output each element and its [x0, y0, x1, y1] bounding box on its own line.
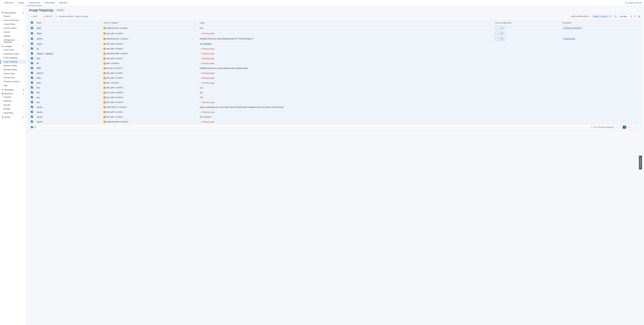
section-administration-header[interactable]: ⚙ Administration ▾ — [0, 11, 26, 14]
row-checkbox[interactable] — [31, 96, 33, 98]
grid-view-button[interactable]: ⊞ — [638, 15, 641, 18]
refresh-button[interactable]: ↻ — [634, 15, 637, 18]
row-checkbox[interactable] — [31, 106, 33, 108]
footer-checkbox[interactable] — [31, 126, 33, 128]
sidebar-item-cloud-zones[interactable]: Cloud Zones — [0, 48, 26, 52]
guided-setup-button[interactable]: 🖥 GUIDED SETUP — [625, 2, 642, 4]
cell-image: ⚠Missing image — [198, 46, 493, 51]
nav-item-design[interactable]: Design — [16, 0, 26, 6]
row-checkbox[interactable] — [31, 101, 33, 103]
nav-item-infrastructure[interactable]: Infrastructure — [26, 0, 42, 6]
sidebar-item-config-props[interactable]: Configuration Properties — [0, 38, 26, 44]
filter-close-icon[interactable]: ✕ — [610, 15, 611, 18]
row-checkbox[interactable] — [31, 38, 33, 40]
section-resources-header[interactable]: ◉ Resources ▾ — [0, 91, 26, 95]
sidebar-item-networks[interactable]: Networks — [0, 99, 26, 103]
row-checkbox[interactable] — [31, 116, 33, 118]
add-filter-button[interactable]: Add filter... — [618, 15, 630, 18]
sidebar-item-custom-names[interactable]: Custom Names — [0, 26, 26, 30]
select-all-link[interactable]: Select 24 items — [75, 15, 88, 18]
row-checkbox[interactable] — [31, 91, 33, 93]
select-all-checkbox[interactable] — [31, 22, 33, 24]
section-configure-header[interactable]: ⚙ Configure ▾ — [0, 44, 26, 48]
row-checkbox[interactable] — [31, 48, 33, 50]
sidebar-item-storage-profiles[interactable]: Storage Profiles — [0, 68, 26, 72]
view-cloud-config-button[interactable]: 👁 VIEW — [495, 37, 505, 40]
view-cloud-config-button[interactable]: 👁 VIEW — [495, 27, 505, 30]
sidebar-item-storage[interactable]: Storage — [0, 107, 26, 111]
sidebar-item-pricing-cards[interactable]: Pricing Cards — [0, 76, 26, 80]
sidebar-item-kubernetes-zones[interactable]: Kubernetes Zones — [0, 52, 26, 56]
sidebar-item-settings[interactable]: Settings — [0, 34, 26, 38]
nav-item-extensibility[interactable]: Extensibility — [42, 0, 57, 6]
row-checkbox[interactable] — [31, 52, 33, 55]
cell-cloud-config — [493, 115, 560, 119]
cell-cloud-config — [493, 110, 560, 115]
cell-cloud-config — [493, 100, 560, 105]
sidebar-item-kubernetes[interactable]: Kubernetes — [0, 111, 26, 115]
sidebar-item-compute[interactable]: Compute — [0, 95, 26, 99]
cell-name: dd — [35, 46, 102, 51]
table-row: coreos■aws_akk / us-east-1ami-2981896c — [29, 42, 641, 46]
sidebar-item-projects[interactable]: Projects — [0, 14, 26, 18]
row-checkbox[interactable] — [31, 57, 33, 59]
row-checkbox[interactable] — [31, 86, 33, 89]
page-2-button[interactable]: 2 — [628, 126, 632, 129]
row-checkbox[interactable] — [31, 27, 33, 29]
row-checkbox[interactable] — [31, 67, 33, 69]
section-administration: ⚙ Administration ▾ Projects Users and Gr… — [0, 11, 26, 44]
table-row: fffffffh■aws-pm / us-east-1000fe881-0cfd… — [29, 66, 641, 71]
row-checkbox[interactable] — [31, 82, 33, 84]
section-activity-header[interactable]: ◑ Activity ▸ — [0, 115, 26, 119]
sidebar-item-terraform-versions[interactable]: Terraform Versions — [0, 80, 26, 84]
first-page-button[interactable]: « — [615, 126, 618, 129]
sidebar-item-secrets[interactable]: Secrets — [0, 30, 26, 34]
next-page-button[interactable]: › — [632, 126, 635, 129]
cell-cloud-config — [493, 56, 560, 61]
row-checkbox[interactable] — [31, 77, 33, 79]
row-checkbox[interactable] — [31, 72, 33, 74]
sidebar-item-cluster-plans[interactable]: Cluster Plans — [0, 72, 26, 76]
col-account: Account / Regions — [102, 20, 198, 26]
sidebar-collapse-button[interactable]: « — [0, 6, 26, 11]
sidebar-item-flavor-mappings[interactable]: Flavor Mappings — [0, 56, 26, 60]
sidebar-item-tags[interactable]: Tags — [0, 84, 26, 88]
search-button[interactable]: 🔍 — [613, 15, 618, 18]
view-cloud-config-button[interactable]: 👁 VIEW — [495, 32, 505, 35]
row-checkbox[interactable] — [31, 111, 33, 113]
info-detail-button[interactable]: ℹ — [630, 15, 633, 18]
cell-cloud-config — [493, 51, 560, 56]
cell-name: petko — [35, 81, 102, 85]
nav-item-resources[interactable]: Resources — [2, 0, 16, 6]
section-onboarding-header[interactable]: ◎ Onboarding ▸ — [0, 88, 26, 91]
cell-constraints — [560, 100, 641, 105]
region-filter-tag[interactable]: Region : us-east-1 ✕ — [592, 15, 612, 18]
row-checkbox[interactable] — [31, 32, 33, 34]
edit-button[interactable]: ✏ EDIT — [29, 14, 40, 19]
feedback-tab[interactable]: FEEDBACK — [639, 156, 642, 169]
sidebar-item-image-mappings[interactable]: Image Mappings — [0, 60, 26, 64]
sidebar-item-custom-roles[interactable]: Custom Roles — [0, 22, 26, 26]
sidebar-item-security[interactable]: Security — [0, 103, 26, 107]
section-activity: ◑ Activity ▸ — [0, 115, 26, 119]
cell-constraints — [560, 56, 641, 61]
cell-image: ⚠Missing image — [198, 56, 493, 61]
sidebar-item-network-profiles[interactable]: Network Profiles — [0, 64, 26, 68]
col-image: Image — [198, 20, 493, 26]
view-ungrouped-button[interactable]: VIEW UNGROUPED ▾ — [569, 15, 591, 18]
onboarding-icon: ◎ — [2, 89, 3, 91]
row-checkbox[interactable] — [31, 121, 33, 123]
last-page-button[interactable]: » — [636, 126, 639, 129]
row-checkbox[interactable] — [31, 62, 33, 64]
sidebar-item-users-groups[interactable]: Users and Groups — [0, 18, 26, 22]
prev-page-button[interactable]: ‹ — [619, 126, 622, 129]
delete-button[interactable]: ✕ DELETE — [41, 14, 54, 19]
cell-constraints — [560, 46, 641, 51]
table-row: ffff■aws / us-east-1⚠Missing image — [29, 61, 641, 66]
row-checkbox[interactable] — [31, 43, 33, 45]
cell-account: ■aws_akk / us-east-1 — [102, 115, 198, 119]
cell-image: ⚠Missing image — [198, 100, 493, 105]
page-1-button[interactable]: 1 — [623, 126, 626, 129]
nav-item-migration[interactable]: Migration — [57, 0, 70, 6]
cell-name: ubuntu — [35, 105, 102, 110]
